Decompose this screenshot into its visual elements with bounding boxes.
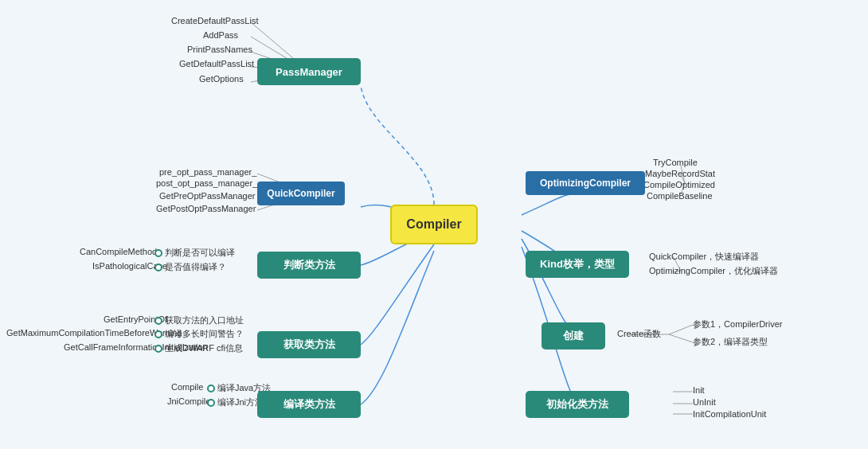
get-desc-1: 获取方法的入口地址 <box>165 314 244 326</box>
pass-manager-item-5: GetOptions <box>199 74 244 84</box>
init-method-node: 初始化类方法 <box>526 391 629 418</box>
quick-item-3: GetPreOptPassManager <box>159 191 255 201</box>
pass-manager-node: PassManager <box>257 58 361 85</box>
compile-method-node: 编译类方法 <box>257 391 361 418</box>
opt-item-2: MaybeRecordStat <box>645 169 715 178</box>
create-param-2: 参数2，编译器类型 <box>693 336 768 348</box>
init-item-2: UnInit <box>693 397 716 407</box>
get-desc-3: 生成DWARF cfi信息 <box>165 342 243 354</box>
quick-item-2: post_opt_pass_manager_ <box>156 178 257 188</box>
pass-manager-item-4: GetDefaultPassList <box>179 59 254 68</box>
quick-item-4: GetPostOptPassManager <box>156 204 256 213</box>
judge-method-node: 判断类方法 <box>257 252 361 279</box>
quick-item-1: pre_opt_pass_manager_ <box>159 167 256 177</box>
opt-item-4: CompileBaseline <box>647 191 713 201</box>
compile-item-name-2: JniCompile <box>167 396 210 406</box>
kind-item-1: QuickCompiler，快速编译器 <box>649 251 759 263</box>
judge-method-name-1: CanCompileMethod <box>80 247 157 256</box>
pass-manager-item-2: AddPass <box>203 30 238 40</box>
opt-item-3: CompileOptimized <box>643 180 715 189</box>
create-param-1: 参数1，CompilerDriver <box>693 318 782 330</box>
opt-item-1: TryCompile <box>653 158 698 167</box>
init-item-3: InitCompilationUnit <box>693 409 766 419</box>
get-method-node: 获取类方法 <box>257 331 361 358</box>
kind-item-2: OptimizingCompiler，优化编译器 <box>649 265 778 277</box>
create-func-label: Create函数 <box>617 328 661 340</box>
kind-enum-node: Kind枚举，类型 <box>526 251 629 278</box>
judge-desc-1: 判断是否可以编译 <box>165 247 235 259</box>
get-desc-2: 编译多长时间警告？ <box>165 328 244 340</box>
init-item-1: Init <box>693 385 705 395</box>
center-node: Compiler <box>390 205 478 244</box>
quick-compiler-node: QuickCompiler <box>257 182 345 205</box>
svg-line-17 <box>669 334 693 342</box>
pass-manager-item-1: CreateDefaultPassList <box>171 16 258 25</box>
pass-manager-item-3: PrintPassNames <box>187 45 252 54</box>
svg-line-16 <box>669 325 693 334</box>
optimizing-compiler-node: OptimizingCompiler <box>526 171 645 195</box>
judge-desc-2: 是否值得编译？ <box>165 261 226 273</box>
compile-item-name-1: Compile <box>171 382 203 392</box>
create-node: 创建 <box>542 322 605 349</box>
